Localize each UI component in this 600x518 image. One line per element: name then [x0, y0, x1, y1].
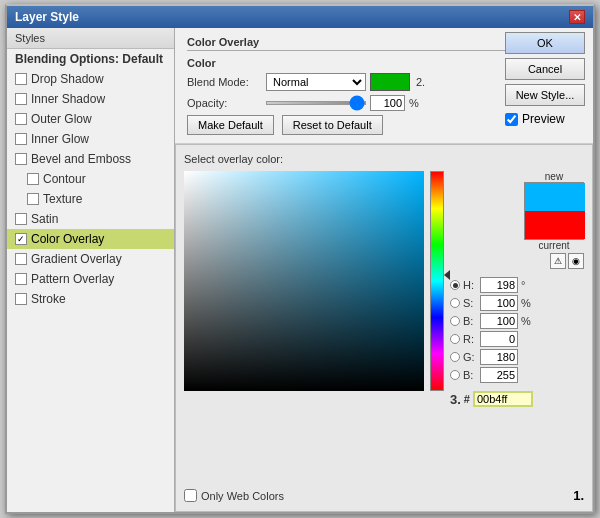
color-picker-right: new current ⚠ ◉ [450, 171, 584, 484]
sidebar-item-label-color-overlay: Color Overlay [31, 232, 104, 246]
checkbox-drop-shadow[interactable] [15, 73, 27, 85]
sidebar-item-label-texture: Texture [43, 192, 82, 206]
hue-input[interactable] [480, 277, 518, 293]
make-default-button[interactable]: Make Default [187, 115, 274, 135]
current-color-swatch[interactable] [525, 211, 585, 239]
right-buttons: OK Cancel New Style... Preview [505, 32, 585, 126]
blue-input[interactable] [480, 367, 518, 383]
hex-input[interactable] [473, 391, 533, 407]
sidebar-item-texture[interactable]: Texture [7, 189, 174, 209]
saturation-input[interactable] [480, 295, 518, 311]
brightness-label: B: [463, 315, 477, 327]
checkbox-pattern-overlay[interactable] [15, 273, 27, 285]
green-input[interactable] [480, 349, 518, 365]
brightness-radio[interactable] [450, 316, 460, 326]
blue-row: B: [450, 367, 584, 383]
sidebar-item-label-drop-shadow: Drop Shadow [31, 72, 104, 86]
color-picker-body: new current ⚠ ◉ [184, 171, 584, 484]
checkbox-texture[interactable] [27, 193, 39, 205]
styles-list: Blending Options: DefaultDrop ShadowInne… [7, 49, 174, 512]
checkbox-contour[interactable] [27, 173, 39, 185]
new-color-swatch[interactable] [525, 183, 585, 211]
brightness-input[interactable] [480, 313, 518, 329]
hex-label: # [464, 393, 470, 405]
preview-checkbox[interactable] [505, 113, 518, 126]
sidebar-item-drop-shadow[interactable]: Drop Shadow [7, 69, 174, 89]
reset-default-button[interactable]: Reset to Default [282, 115, 383, 135]
styles-panel: Styles Blending Options: DefaultDrop Sha… [7, 28, 175, 512]
sidebar-item-gradient-overlay[interactable]: Gradient Overlay [7, 249, 174, 269]
layer-style-dialog: Layer Style ✕ Styles Blending Options: D… [5, 4, 595, 514]
checkbox-satin[interactable] [15, 213, 27, 225]
preview-row: Preview [505, 112, 585, 126]
checkbox-outer-glow[interactable] [15, 113, 27, 125]
sidebar-item-inner-glow[interactable]: Inner Glow [7, 129, 174, 149]
sidebar-item-inner-shadow[interactable]: Inner Shadow [7, 89, 174, 109]
hue-label: H: [463, 279, 477, 291]
percent-label: % [409, 97, 419, 109]
checkbox-stroke[interactable] [15, 293, 27, 305]
hue-strip-container [430, 171, 444, 391]
sidebar-item-label-bevel-emboss: Bevel and Emboss [31, 152, 131, 166]
opacity-slider[interactable] [266, 101, 366, 105]
green-row: G: [450, 349, 584, 365]
saturation-row: S: % [450, 295, 584, 311]
sidebar-item-pattern-overlay[interactable]: Pattern Overlay [7, 269, 174, 289]
web-safe-warning-icon[interactable]: ⚠ [550, 253, 566, 269]
color-picker-panel: Select overlay color: [175, 144, 593, 512]
opacity-input[interactable] [370, 95, 405, 111]
color-swatch[interactable] [370, 73, 410, 91]
sidebar-item-color-overlay[interactable]: ✓Color Overlay [7, 229, 174, 249]
out-of-gamut-icon[interactable]: ◉ [568, 253, 584, 269]
number-3-label: 3. [450, 392, 461, 407]
number-2-label: 2. [416, 76, 425, 88]
saturation-label: S: [463, 297, 477, 309]
red-row: R: [450, 331, 584, 347]
sidebar-item-label-inner-shadow: Inner Shadow [31, 92, 105, 106]
color-preview-stack [524, 182, 584, 240]
sidebar-item-contour[interactable]: Contour [7, 169, 174, 189]
checkbox-inner-shadow[interactable] [15, 93, 27, 105]
web-colors-row: Only Web Colors 1. [184, 488, 584, 503]
close-button[interactable]: ✕ [569, 10, 585, 24]
preview-label: Preview [522, 112, 565, 126]
blue-radio[interactable] [450, 370, 460, 380]
color-values: H: ° S: % [450, 277, 584, 383]
blend-mode-select[interactable]: Normal Multiply Screen [266, 73, 366, 91]
checkbox-color-overlay[interactable]: ✓ [15, 233, 27, 245]
color-gradient-square[interactable] [184, 171, 424, 391]
sidebar-item-satin[interactable]: Satin [7, 209, 174, 229]
red-label: R: [463, 333, 477, 345]
hex-row: 3. # [450, 391, 584, 407]
checkbox-inner-glow[interactable] [15, 133, 27, 145]
web-colors-label: Only Web Colors [201, 490, 284, 502]
web-colors-checkbox[interactable] [184, 489, 197, 502]
green-label: G: [463, 351, 477, 363]
current-label: current [524, 240, 584, 251]
sidebar-item-bevel-emboss[interactable]: Bevel and Emboss [7, 149, 174, 169]
red-input[interactable] [480, 331, 518, 347]
sidebar-item-label-inner-glow: Inner Glow [31, 132, 89, 146]
ok-button[interactable]: OK [505, 32, 585, 54]
sidebar-item-outer-glow[interactable]: Outer Glow [7, 109, 174, 129]
brightness-unit: % [521, 315, 531, 327]
saturation-radio[interactable] [450, 298, 460, 308]
sidebar-item-stroke[interactable]: Stroke [7, 289, 174, 309]
checkbox-bevel-emboss[interactable] [15, 153, 27, 165]
cancel-button[interactable]: Cancel [505, 58, 585, 80]
sidebar-item-label-satin: Satin [31, 212, 58, 226]
checkbox-gradient-overlay[interactable] [15, 253, 27, 265]
sidebar-item-blending[interactable]: Blending Options: Default [7, 49, 174, 69]
green-radio[interactable] [450, 352, 460, 362]
hue-arrow [444, 270, 450, 280]
new-style-button[interactable]: New Style... [505, 84, 585, 106]
sidebar-item-label-outer-glow: Outer Glow [31, 112, 92, 126]
sidebar-item-label-blending: Blending Options: Default [15, 52, 163, 66]
hue-radio[interactable] [450, 280, 460, 290]
number-1-label: 1. [573, 488, 584, 503]
color-picker-title: Select overlay color: [184, 153, 584, 165]
dialog-title: Layer Style [15, 10, 79, 24]
hue-strip[interactable] [430, 171, 444, 391]
new-current-block: new current ⚠ ◉ [450, 171, 584, 269]
red-radio[interactable] [450, 334, 460, 344]
